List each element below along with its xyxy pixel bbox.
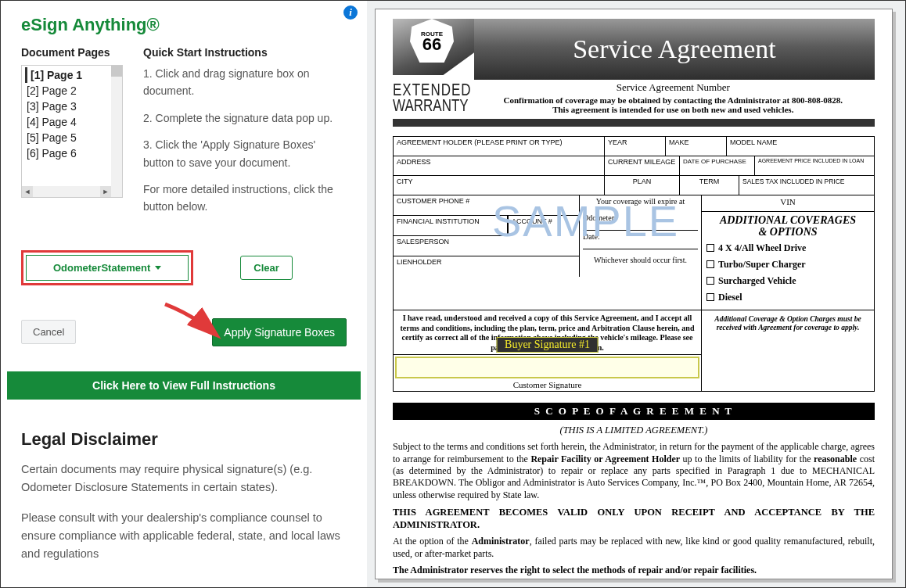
field-plan: PLAN	[605, 176, 680, 195]
apply-signature-boxes-button[interactable]: Apply Signature Boxes	[212, 318, 347, 346]
field-address: ADDRESS	[394, 156, 605, 175]
page-item-2[interactable]: [2] Page 2	[25, 83, 119, 99]
field-make: MAKE	[666, 137, 727, 156]
option-diesel: Diesel	[706, 292, 869, 303]
info-icon[interactable]: i	[343, 5, 358, 20]
route66-logo: ROUTE 66	[393, 19, 474, 75]
scroll-right-icon[interactable]: ►	[100, 186, 111, 197]
form-table: AGREEMENT HOLDER (PLEASE PRINT OR TYPE) …	[393, 136, 875, 392]
checkbox-icon	[706, 277, 714, 285]
controls-row: OdometerStatement Clear	[1, 233, 367, 292]
checkbox-icon	[706, 293, 714, 301]
disclaimer-heading: Legal Disclaimer	[21, 429, 347, 450]
agreement-body: Subject to the terms and conditions set …	[393, 441, 875, 576]
cancel-button[interactable]: Cancel	[21, 320, 76, 344]
options-block: VIN ADDITIONAL COVERAGES & OPTIONS 4 X 4…	[702, 195, 874, 310]
instructions-heading: Quick Start Instructions	[143, 46, 347, 59]
field-priceloan: AGREEMENT PRICE INCLUDED IN LOAN	[755, 156, 874, 175]
field-model: MODEL NAME	[727, 137, 874, 156]
sa-number-label: Service Agreement Number	[472, 81, 875, 94]
field-sales: SALESPERSON	[394, 236, 580, 256]
extended-warranty-logo: EXTENDED WARRANTY	[393, 81, 472, 126]
disclaimer-p2: Please consult with your dealership's co…	[21, 509, 347, 564]
field-city: CITY	[394, 176, 605, 195]
sidebar-panel: i eSign Anything® Document Pages [1] Pag…	[1, 1, 367, 587]
document-title: Service Agreement	[474, 19, 875, 80]
action-row: Cancel Apply Signature Boxes	[1, 292, 367, 359]
field-phone: CUSTOMER PHONE #	[394, 195, 580, 216]
annotation-arrow-icon	[162, 299, 225, 346]
field-acct: ACCOUNT #	[508, 216, 580, 236]
field-term: TERM	[680, 176, 739, 195]
page-list[interactable]: [1] Page 1 [2] Page 2 [3] Page 3 [4] Pag…	[21, 65, 123, 198]
confirmation-line-2: This agreement is intended for use on bo…	[472, 105, 875, 114]
option-surcharged: Surcharged Vehicle	[706, 275, 869, 287]
pages-heading: Document Pages	[21, 46, 123, 59]
main-section: eSign Anything® Document Pages [1] Page …	[1, 1, 367, 233]
checkbox-icon	[706, 260, 714, 268]
legal-disclaimer: Legal Disclaimer Certain documents may r…	[1, 412, 367, 588]
field-year: YEAR	[605, 137, 666, 156]
page-item-5[interactable]: [5] Page 5	[25, 130, 119, 145]
document-page[interactable]: ROUTE 66 Service Agreement EXTENDED WARR…	[375, 9, 893, 579]
page-item-3[interactable]: [3] Page 3	[25, 99, 119, 114]
field-lien: LIENHOLDER	[394, 256, 580, 277]
confirmation-line-1: Confirmation of coverage may be obtained…	[472, 95, 875, 105]
scope-heading: S C O P E O F A G R E E M E N T	[393, 403, 875, 420]
document-viewer[interactable]: ROUTE 66 Service Agreement EXTENDED WARR…	[367, 1, 905, 587]
dropdown-highlight: OdometerStatement	[21, 250, 193, 285]
page-item-6[interactable]: [6] Page 6	[25, 145, 119, 161]
page-item-4[interactable]: [4] Page 4	[25, 114, 119, 130]
signature-caption: Customer Signature	[394, 380, 701, 391]
clear-button[interactable]: Clear	[240, 256, 293, 280]
option-turbo: Turbo/Super Charger	[706, 259, 869, 271]
signature-overlay-label[interactable]: Buyer Signature #1	[496, 337, 599, 353]
field-dop: DATE OF PURCHASE	[680, 156, 755, 175]
view-full-instructions-button[interactable]: Click Here to View Full Instructions	[7, 371, 361, 400]
field-mileage: CURRENT MILEAGE	[605, 156, 680, 175]
template-dropdown[interactable]: OdometerStatement	[26, 255, 189, 281]
field-holder: AGREEMENT HOLDER (PLEASE PRINT OR TYPE)	[394, 137, 605, 156]
page-item-1[interactable]: [1] Page 1	[25, 67, 119, 83]
signature-box[interactable]	[395, 357, 699, 378]
field-tax: SALES TAX INCLUDED IN PRICE	[739, 176, 874, 195]
scroll-left-icon[interactable]: ◄	[22, 186, 33, 197]
checkbox-icon	[706, 244, 714, 252]
app-title: eSign Anything®	[21, 15, 347, 35]
options-note: Additional Coverage & Option Charges mus…	[702, 315, 874, 332]
limited-note: (THIS IS A LIMITED AGREEMENT.)	[393, 425, 875, 436]
scrollbar-horizontal[interactable]: ◄ ►	[22, 186, 122, 197]
option-4x4: 4 X 4/All Wheel Drive	[706, 242, 869, 254]
field-fin: FINANCIAL INSTITUTION	[394, 216, 508, 236]
instructions-text: 1. Click and drag signature box on docum…	[143, 65, 347, 216]
disclaimer-p1: Certain documents may require physical s…	[21, 461, 347, 497]
scrollbar-vertical[interactable]	[111, 66, 122, 186]
expiry-block: Your coverage will expire at Odometer: D…	[580, 195, 702, 310]
caret-down-icon	[155, 266, 161, 270]
